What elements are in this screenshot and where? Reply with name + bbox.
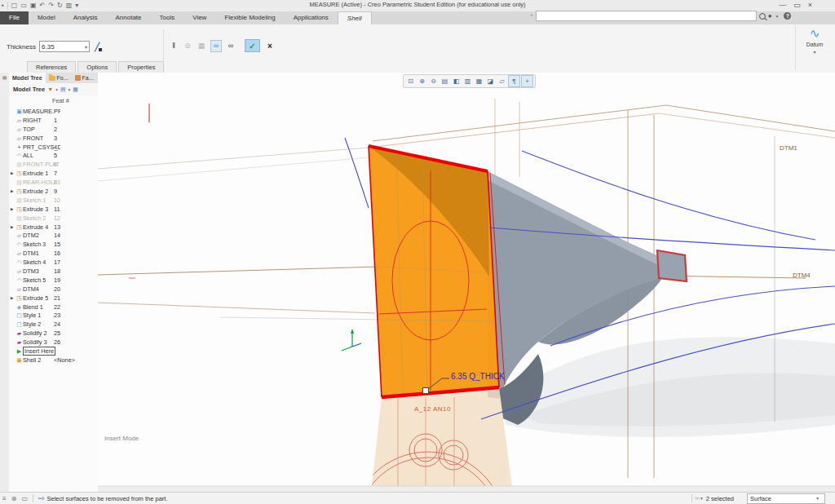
tree-item-sketch-5[interactable]: ◠Sketch 519 bbox=[9, 276, 98, 285]
tab-shell[interactable]: Shell bbox=[338, 11, 372, 24]
feat-number: 11 bbox=[54, 206, 60, 213]
refit-icon[interactable]: ⊡ bbox=[405, 76, 416, 86]
tree-tab-model-tree[interactable]: Model Tree bbox=[9, 73, 46, 83]
close-button[interactable]: × bbox=[808, 0, 812, 11]
community-icon[interactable]: ● bbox=[768, 12, 772, 20]
panel-tab-references[interactable]: References bbox=[27, 61, 76, 73]
view-manager-icon[interactable]: ▦ bbox=[474, 76, 484, 86]
tree-item-top[interactable]: ▱TOP2 bbox=[9, 125, 98, 134]
tree-tab-fo[interactable]: Fo... bbox=[46, 73, 72, 83]
cancel-button[interactable]: × bbox=[267, 42, 272, 51]
tree-item-measure-prt[interactable]: ▣MEASURE.PRT bbox=[9, 107, 98, 116]
end-cap-face[interactable] bbox=[657, 250, 687, 281]
tree-item-extrude-2[interactable]: ▶◳Extrude 29 bbox=[9, 187, 98, 196]
tab-analysis[interactable]: Analysis bbox=[64, 11, 107, 24]
zoom-in-icon[interactable]: ⊕ bbox=[417, 76, 427, 86]
tree-tab-fa[interactable]: Fa... bbox=[72, 73, 97, 83]
tree-item-extrude-5[interactable]: ▶◳Extrude 521 bbox=[9, 294, 98, 303]
panel-tab-properties[interactable]: Properties bbox=[118, 61, 164, 73]
tab-file[interactable]: File bbox=[0, 11, 29, 24]
graphics-area[interactable]: ⊡⊕⊖▤◧▥▦◪▱¶+ DTM1 DTM4 6.35 Q_THICK A_12 … bbox=[98, 73, 835, 493]
tree-item-right[interactable]: ▱RIGHT1 bbox=[9, 116, 98, 125]
datum-group[interactable]: ∿ Datum ▾ bbox=[795, 25, 833, 71]
filter-dropdown-icon[interactable]: ▾ bbox=[816, 496, 819, 501]
display-style-icon[interactable]: ◧ bbox=[451, 76, 462, 86]
lower-sheet[interactable] bbox=[372, 387, 512, 486]
tree-item-shell-2[interactable]: ▣Shell 2<None> bbox=[9, 356, 98, 365]
flip-side-icon[interactable]: ╱ bbox=[95, 42, 99, 51]
tree-item-extrude-1[interactable]: ▶◳Extrude 17 bbox=[9, 169, 98, 178]
section-icon[interactable]: ◪ bbox=[485, 76, 496, 86]
thickness-dropdown-icon[interactable]: ▾ bbox=[85, 44, 87, 50]
tree-item-dtm1[interactable]: ▱DTM116 bbox=[9, 249, 98, 258]
find-icon[interactable]: ○○ bbox=[695, 496, 699, 501]
tree-item-dtm4[interactable]: ▱DTM420 bbox=[9, 285, 98, 294]
tab-view[interactable]: View bbox=[183, 11, 215, 24]
tree-item-all[interactable]: ◠ALL5 bbox=[9, 151, 98, 160]
browser-icon[interactable]: ⊛ bbox=[11, 495, 17, 502]
community-dropdown-icon[interactable]: ▾ bbox=[776, 14, 779, 19]
spin-center-icon[interactable]: + bbox=[521, 75, 533, 87]
find-dropdown-icon[interactable]: ▾ bbox=[700, 496, 703, 501]
collapse-ribbon-icon[interactable]: ^ bbox=[530, 12, 533, 20]
ok-button[interactable]: ✓ bbox=[245, 39, 260, 52]
tab-annotate[interactable]: Annotate bbox=[106, 11, 150, 24]
tree-item-solidify-3[interactable]: ▰Solidify 326 bbox=[9, 338, 98, 347]
thickness-input[interactable]: 6.35 ▾ bbox=[39, 41, 90, 52]
dtm4-tag[interactable]: DTM4 bbox=[793, 272, 811, 279]
tree-item-rear-holes[interactable]: ▨REAR-HOLES8 bbox=[9, 178, 98, 187]
tab-model[interactable]: Model bbox=[29, 11, 64, 24]
shell-face[interactable] bbox=[369, 146, 499, 397]
tree-item-extrude-3[interactable]: ▶◳Extrude 311 bbox=[9, 205, 98, 214]
tree-toggle-icon[interactable]: ≡ bbox=[2, 495, 7, 502]
tree-item-label: RIGHT bbox=[23, 117, 42, 124]
tree-item-solidify-2[interactable]: ▰Solidify 225 bbox=[9, 329, 98, 338]
tree-item-sketch-2[interactable]: ▨Sketch 212 bbox=[9, 214, 98, 223]
search-icon[interactable] bbox=[759, 13, 766, 20]
help-icon[interactable]: ? bbox=[784, 12, 791, 20]
panel-tab-options[interactable]: Options bbox=[77, 61, 117, 73]
feature-preview-icon[interactable]: ▦ bbox=[197, 41, 206, 51]
search-input[interactable] bbox=[536, 11, 757, 21]
tree-item-sketch-3[interactable]: ◠Sketch 315 bbox=[9, 240, 98, 249]
tree-item-blend-1[interactable]: ◈Blend 122 bbox=[9, 303, 98, 312]
tree-item-front[interactable]: ▱FRONT3 bbox=[9, 134, 98, 143]
feat-number: 4 bbox=[54, 144, 57, 151]
restore-button[interactable]: ▭ bbox=[793, 0, 801, 11]
pause-icon[interactable]: ‖ bbox=[169, 41, 179, 51]
datum-display-icon[interactable]: ▱ bbox=[497, 76, 507, 86]
blank-window-icon[interactable]: ▭ bbox=[21, 495, 28, 502]
drag-handle[interactable] bbox=[422, 387, 429, 394]
zoom-out-icon[interactable]: ⊖ bbox=[428, 76, 439, 86]
tree-doc-icon[interactable]: ▤ bbox=[60, 86, 66, 93]
tree-item-style-1[interactable]: ▢Style 123 bbox=[9, 311, 98, 320]
tab-applications[interactable]: Applications bbox=[285, 11, 338, 24]
doc-dropdown-icon[interactable]: ▾ bbox=[68, 87, 71, 92]
attached-preview-icon[interactable]: ∞ bbox=[210, 40, 222, 52]
repaint-icon[interactable]: ▤ bbox=[440, 76, 450, 86]
verify-icon[interactable]: ∞ bbox=[226, 41, 236, 51]
dtm1-tag[interactable]: DTM1 bbox=[780, 144, 797, 152]
tree-item-extrude-4[interactable]: ▶◳Extrude 413 bbox=[9, 223, 98, 232]
feat-number: 8 bbox=[54, 179, 57, 186]
tree-item-front-plat[interactable]: ▨FRONT-PLAT6 bbox=[9, 160, 98, 169]
datum-dropdown-icon[interactable]: ▾ bbox=[796, 49, 833, 55]
tree-item-dtm3[interactable]: ▱DTM318 bbox=[9, 267, 98, 276]
thickness-dimension[interactable]: 6.35 Q_THICK bbox=[451, 372, 505, 381]
tree-filter-icon[interactable]: ▼ bbox=[47, 86, 53, 92]
tree-settings-icon[interactable]: ▦ bbox=[73, 86, 78, 93]
saved-orientations-icon[interactable]: ▥ bbox=[462, 76, 473, 86]
no-preview-icon[interactable]: ⊘ bbox=[183, 41, 192, 51]
filter-dropdown-icon[interactable]: ▾ bbox=[55, 87, 58, 92]
datum-curve-icon[interactable]: ∿ bbox=[796, 25, 833, 42]
tab-tools[interactable]: Tools bbox=[151, 11, 184, 24]
annotation-display-icon[interactable]: ¶ bbox=[508, 75, 520, 87]
tab-flexible-modeling[interactable]: Flexible Modeling bbox=[215, 11, 284, 24]
selection-filter[interactable]: Surface ▾ bbox=[747, 493, 825, 504]
tree-item-sketch-4[interactable]: ◠Sketch 417 bbox=[9, 258, 98, 267]
tree-item-style-2[interactable]: ▢Style 224 bbox=[9, 320, 98, 329]
tree-item-insert-here[interactable]: ▶Insert Here bbox=[9, 347, 98, 356]
tree-item-dtm2[interactable]: ▱DTM214 bbox=[9, 231, 98, 240]
tree-item-prt-csys-d[interactable]: +PRT_CSYS_D4 bbox=[9, 143, 98, 152]
tree-item-sketch-1[interactable]: ▨Sketch 110 bbox=[9, 196, 98, 205]
